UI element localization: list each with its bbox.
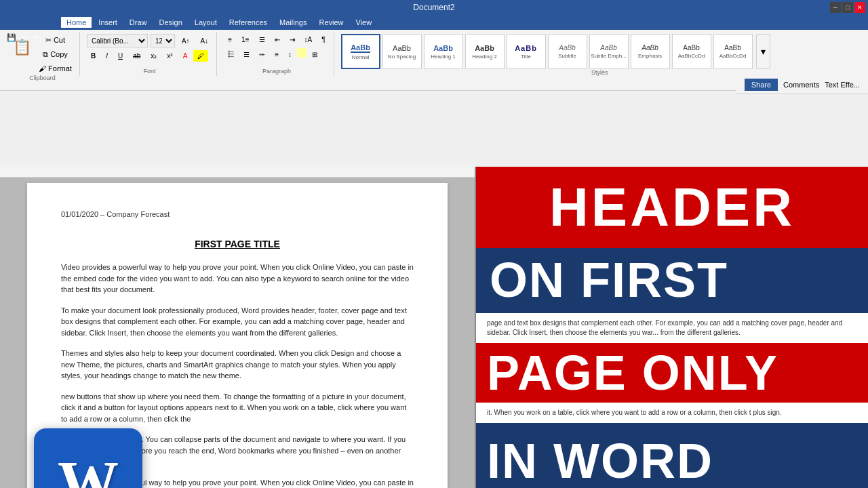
header-main-text: HEADER <box>549 177 795 237</box>
indent-more-btn[interactable]: ⇥ <box>285 34 299 45</box>
borders-btn[interactable]: ⊞ <box>308 48 321 60</box>
indent-less-btn[interactable]: ⇤ <box>271 34 284 45</box>
quick-access-toolbar: 💾 ↩ ↪ <box>5 30 41 45</box>
font-name-select[interactable]: Calibri (Bo... <box>87 34 148 47</box>
paragraph-4: new buttons that show up where you need … <box>61 391 414 425</box>
on-first-blue-band: ON FIRST <box>476 248 868 313</box>
page-only-red-band: PAGE ONLY <box>476 343 868 403</box>
cut-button[interactable]: ✂ Cut <box>35 34 75 47</box>
bullets-btn[interactable]: ≡ <box>224 34 236 45</box>
format-painter-button[interactable]: 🖌 Format <box>35 62 75 75</box>
align-left-btn[interactable]: ⬱ <box>224 48 238 60</box>
word-document: 01/01/2020 – Company Forecast FIRST PAGE… <box>0 167 475 488</box>
overlap-text-1: page and text box designs that complemen… <box>476 313 868 343</box>
word-logo-letter: W <box>58 448 119 489</box>
style-more1[interactable]: AaBb AaBbCcDd <box>672 34 711 69</box>
maximize-button[interactable]: □ <box>842 2 853 13</box>
comments-button[interactable]: Comments <box>783 81 819 89</box>
menu-bar: 💾 ↩ ↪ Home Insert Draw Design Layout Ref… <box>0 15 868 30</box>
style-gallery: AaBb Normal AaBb No Spacing AaBb Heading… <box>341 34 770 69</box>
copy-button[interactable]: ⧉ Copy <box>35 48 75 61</box>
style-no-spacing[interactable]: AaBb No Spacing <box>382 34 422 69</box>
style-more2[interactable]: AaBb AaBbCcDd <box>713 34 753 69</box>
highlight-btn[interactable]: 🖊 <box>193 50 208 62</box>
shading-btn[interactable] <box>297 48 307 58</box>
menu-insert[interactable]: Insert <box>93 17 123 28</box>
redo-quick-btn[interactable]: ↪ <box>32 33 41 42</box>
menu-layout[interactable]: Layout <box>189 17 222 28</box>
paragraph-3: Themes and styles also help to keep your… <box>61 348 414 382</box>
menu-mailings[interactable]: Mailings <box>274 17 312 28</box>
align-center-btn[interactable]: ☰ <box>239 48 254 60</box>
document-area: 01/01/2020 – Company Forecast FIRST PAGE… <box>0 167 868 488</box>
marks-btn[interactable]: ¶ <box>317 34 329 45</box>
align-right-btn[interactable]: ⬰ <box>255 48 269 60</box>
style-emphasis[interactable]: AaBb Emphasis <box>631 34 670 69</box>
paragraph-1: Video provides a powerful way to help yo… <box>61 262 414 296</box>
close-button[interactable]: ✕ <box>854 2 865 13</box>
page-only-text: PAGE ONLY <box>487 346 778 400</box>
undo-quick-btn[interactable]: ↩ <box>20 33 29 42</box>
strikethrough-btn[interactable]: ab <box>129 50 144 62</box>
menu-references[interactable]: References <box>224 17 273 28</box>
menu-review[interactable]: Review <box>313 17 349 28</box>
overlap-text-content-2: it. When you work on a table, click wher… <box>487 409 782 416</box>
style-subtitle[interactable]: AaBb Subtitle <box>548 34 587 69</box>
document-date: 01/01/2020 – Company Forecast <box>61 210 414 218</box>
font-label: Font <box>144 68 156 75</box>
increase-font-btn[interactable]: A↑ <box>178 35 194 47</box>
header-red-band: HEADER <box>476 167 868 248</box>
ruler <box>0 167 475 178</box>
bold-btn[interactable]: B <box>87 50 100 62</box>
italic-btn[interactable]: I <box>102 50 112 62</box>
text-color-btn[interactable]: A <box>179 50 192 62</box>
in-word-blue-band: IN WORD <box>476 423 868 488</box>
outline-btn[interactable]: ☰ <box>255 34 269 45</box>
overlap-text-2: it. When you work on a table, click wher… <box>476 403 868 423</box>
font-size-select[interactable]: 12 <box>151 34 175 47</box>
save-quick-btn[interactable]: 💾 <box>5 33 18 42</box>
decrease-font-btn[interactable]: A↓ <box>197 35 213 47</box>
paragraph-label: Paragraph <box>262 68 291 75</box>
clipboard-label: Clipboard <box>29 75 56 81</box>
numbering-btn[interactable]: 1≡ <box>237 34 253 45</box>
overlap-text-content-1: page and text box designs that complemen… <box>487 319 842 336</box>
title-bar: Document2 ─ □ ✕ <box>0 0 868 15</box>
underline-btn[interactable]: U <box>114 50 127 62</box>
app-title: Document2 <box>413 3 454 12</box>
ribbon-group-font: Calibri (Bo... 12 A↑ A↓ B I U ab x₂ x² A… <box>83 33 217 76</box>
window-controls[interactable]: ─ □ ✕ <box>830 2 865 13</box>
justify-btn[interactable]: ≡ <box>271 48 283 60</box>
in-word-text: IN WORD <box>487 434 713 488</box>
style-normal[interactable]: AaBb Normal <box>341 34 380 69</box>
menu-view[interactable]: View <box>351 17 378 28</box>
paragraph-2: To make your document look professionall… <box>61 305 414 339</box>
style-subtle-emphasis[interactable]: AaBb Subtle Emph... <box>589 34 629 69</box>
superscript-btn[interactable]: x² <box>163 50 176 62</box>
style-heading2[interactable]: AaBb Heading 2 <box>465 34 505 69</box>
line-spacing-btn[interactable]: ↕ <box>284 48 296 60</box>
styles-label: Styles <box>591 69 608 76</box>
sort-btn[interactable]: ↕A <box>300 34 317 45</box>
document-title: FIRST PAGE TITLE <box>61 239 414 249</box>
word-logo: W <box>34 428 142 488</box>
subscript-btn[interactable]: x₂ <box>146 50 161 62</box>
style-heading1[interactable]: AaBb Heading 1 <box>424 34 463 69</box>
style-change-btn[interactable]: ▾ <box>756 34 770 69</box>
share-bar: Share Comments Text Effe... <box>736 76 868 94</box>
share-button[interactable]: Share <box>745 79 778 91</box>
text-effects-button[interactable]: Text Effe... <box>825 81 860 89</box>
menu-design[interactable]: Design <box>154 17 188 28</box>
style-title[interactable]: AaBb Title <box>507 34 546 69</box>
menu-draw[interactable]: Draw <box>124 17 153 28</box>
header-graphic-panel: HEADER ON FIRST page and text box design… <box>475 167 868 488</box>
word-logo-background: W <box>34 428 142 488</box>
on-first-text: ON FIRST <box>490 255 854 306</box>
ribbon-group-styles: AaBb Normal AaBb No Spacing AaBb Heading… <box>337 33 863 76</box>
minimize-button[interactable]: ─ <box>830 2 841 13</box>
menu-home[interactable]: Home <box>61 17 92 28</box>
ribbon-group-paragraph: ≡ 1≡ ☰ ⇤ ⇥ ↕A ¶ ⬱ ☰ ⬰ ≡ ↕ ⊞ Paragraph <box>220 33 334 76</box>
